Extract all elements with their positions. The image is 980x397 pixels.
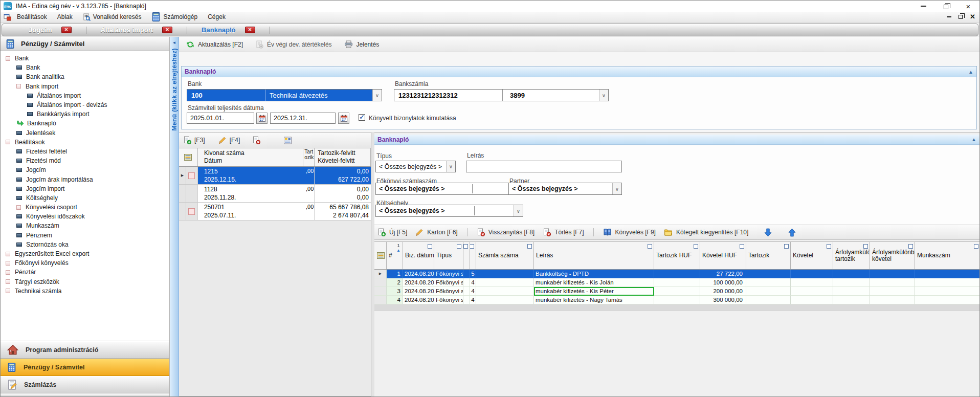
column-filter-icon[interactable] — [463, 244, 468, 249]
date-from-calendar-button[interactable] — [256, 113, 268, 124]
tree-item-munkaszám[interactable]: Munkaszám — [1, 221, 169, 230]
col-header-munka[interactable]: Munkaszám — [915, 242, 980, 269]
tree-item-költséghely[interactable]: Költséghely — [1, 193, 169, 203]
edit-statement-button[interactable]: [F4] — [230, 137, 240, 144]
col-header-tipus[interactable]: Típus — [434, 242, 463, 269]
column-filter-icon[interactable] — [694, 244, 698, 249]
column-filter-icon[interactable] — [863, 244, 868, 249]
leiras-input[interactable] — [466, 161, 622, 172]
tree-item-bank-import[interactable]: Bank import — [1, 82, 169, 91]
menu-item-számológép[interactable]: Számológép — [146, 12, 203, 22]
column-filter-icon[interactable] — [908, 244, 913, 249]
col-header-num[interactable]: #1▲ — [387, 242, 403, 269]
tree-item-egyszerűsített-excel-export[interactable]: Egyszerűsített Excel export — [1, 249, 169, 258]
detail-button-könyvelés-f9-[interactable]: Könyvelés [F9] — [603, 228, 656, 236]
detail-button-törlés-f7-[interactable]: Törlés [F7] — [543, 228, 584, 236]
toolbar-button-jelentés[interactable]: Jelentés — [344, 40, 380, 48]
col-kovetel-felvitt[interactable]: Követel-felvitt — [318, 157, 370, 165]
partner-combobox[interactable]: < Összes bejegyzés > ∨ — [508, 183, 622, 195]
detail-button-kötegelt-kiegyenlítés-f10-[interactable]: Kötegelt kiegyenlítés [F10] — [664, 228, 748, 236]
menu-item-beállítások[interactable]: Beállítások — [12, 12, 52, 22]
edit-statement-icon[interactable] — [218, 136, 227, 144]
col-header-marker[interactable] — [374, 242, 387, 269]
tab-close-button[interactable]: ✕ — [245, 27, 255, 33]
detail-button-arrow-up[interactable] — [788, 228, 796, 237]
tree-item-bank-analitika[interactable]: Bank analitika — [1, 72, 169, 81]
col-header-kovhuf[interactable]: Követel HUF — [700, 242, 746, 269]
mdi-minimize-button[interactable] — [947, 16, 951, 17]
col-header-arft[interactable]: Árfolyamkülönbség tartozik — [833, 242, 870, 269]
tree-item-banknapló[interactable]: Banknapló — [1, 119, 169, 128]
menu-collapse-strip[interactable]: ◄ Menü (klikk az elrejtéshez) — [170, 37, 179, 396]
tab-close-button[interactable]: ✕ — [61, 27, 72, 33]
column-filter-icon[interactable] — [827, 244, 831, 249]
tree-item-pénztár[interactable]: Pénztár — [1, 268, 169, 277]
menu-item-vonalkód-keresés[interactable]: Vonalkód keresés — [78, 12, 147, 22]
tipus-combobox[interactable]: < Összes bejegyzés > ∨ — [375, 161, 456, 172]
detail-button-arrow-down[interactable] — [764, 228, 772, 237]
column-filter-icon[interactable] — [974, 244, 978, 249]
tree-item-tárgyi-eszközök[interactable]: Tárgyi eszközök — [1, 277, 169, 286]
tree-item-főkönyvi-könyvelés[interactable]: Főkönyvi könyvelés — [1, 258, 169, 268]
journal-row[interactable]: ▶12024.08.20.Főkönyvi s5Bankköltség - DP… — [374, 270, 979, 278]
date-from-field[interactable]: 2025.01.01. — [187, 113, 254, 124]
tree-item-beállítások[interactable]: Beállítások — [1, 138, 169, 147]
statement-checkbox-cell[interactable] — [186, 167, 198, 184]
fokonyvi-combobox[interactable]: < Összes bejegyzés > ∨ — [375, 183, 523, 195]
col-kivonat-szama[interactable]: Kivonat száma — [204, 149, 303, 157]
koltseghely-combobox[interactable]: < Összes bejegyzés > ∨ — [375, 205, 523, 217]
tree-item-könyvelési-csoport[interactable]: Könyvelési csoport — [1, 203, 169, 212]
tab-jogcím[interactable]: Jogcím✕ — [29, 26, 72, 34]
tree-item-fizetési-feltétel[interactable]: Fizetési feltétel — [1, 147, 169, 156]
col-header-kov[interactable]: Követel — [791, 242, 833, 269]
grid-options-icon[interactable] — [377, 252, 385, 259]
column-filter-icon[interactable] — [740, 244, 744, 249]
col-header-n2[interactable] — [470, 242, 476, 269]
menu-item-cégek[interactable]: Cégek — [203, 12, 231, 22]
tree-item-bank[interactable]: Bank — [1, 63, 169, 72]
detail-button-új-f5-[interactable]: Új [F5] — [377, 228, 407, 236]
tab-általános-import[interactable]: Általános import✕ — [101, 26, 173, 34]
window-close-button[interactable]: × — [957, 1, 979, 12]
col-datum[interactable]: Dátum — [204, 157, 303, 165]
tree-item-sztornózás-oka[interactable]: Sztornózás oka — [1, 240, 169, 249]
statement-row[interactable]: ▶12152025.12.15.,000,00627 722,00 — [179, 167, 371, 185]
statement-row[interactable]: 2507012025.07.11.,0065 667 786,082 674 8… — [179, 203, 371, 220]
column-filter-icon[interactable] — [784, 244, 789, 249]
column-filter-icon[interactable] — [457, 244, 461, 249]
col-header-tar[interactable]: Tartozik — [746, 242, 791, 269]
column-filter-icon[interactable] — [648, 244, 652, 249]
window-minimize-button[interactable] — [912, 1, 934, 12]
module-item-számlázás[interactable]: Számlázás — [1, 376, 169, 393]
grid-options-icon[interactable] — [184, 154, 192, 161]
toolbar-button-év-végi-dev-átértékelés[interactable]: Év végi dev. átértékelés — [255, 40, 332, 49]
tree-item-jogcím-árak-importálása[interactable]: Jogcím árak importálása — [1, 174, 169, 184]
tree-item-fizetési-mód[interactable]: Fizetési mód — [1, 156, 169, 165]
statement-checkbox-cell[interactable] — [186, 185, 198, 202]
detail-button-visszanyitás-f8-[interactable]: Visszanyitás [F8] — [477, 228, 534, 236]
journal-row[interactable]: 22024.08.20.Főkönyvi s4munkabér kifizeté… — [374, 278, 979, 287]
detail-button-karton-f6-[interactable]: Karton [F6] — [415, 228, 457, 236]
new-statement-button[interactable]: [F3] — [194, 137, 205, 144]
tree-item-könyvelési-időszakok[interactable]: Könyvelési időszakok — [1, 212, 169, 221]
tree-item-bank[interactable]: Bank — [1, 54, 169, 63]
mdi-close-button[interactable]: ✕ — [970, 14, 975, 20]
bank-account-combobox[interactable]: 1231231212312312 3899 ∨ — [394, 89, 609, 101]
panel-collapse-button[interactable]: ▲ — [971, 137, 976, 142]
tab-close-button[interactable]: ✕ — [162, 27, 172, 33]
module-item-pénzügy-számvitel[interactable]: Pénzügy / Számvitel — [1, 359, 169, 376]
col-header-arfk[interactable]: Árfolyamkülönbség követel — [870, 242, 915, 269]
tree-item-bankkártyás-import[interactable]: Bankkártyás import — [1, 109, 169, 119]
toolbar-button-aktualizálás-f2-[interactable]: Aktualizálás [F2] — [186, 40, 243, 49]
statement-row[interactable]: 11282025.11.28.,000,000,00 — [179, 185, 371, 203]
statement-checkbox-cell[interactable] — [186, 203, 198, 220]
window-restore-button[interactable] — [934, 1, 957, 12]
tree-item-jogcím-import[interactable]: Jogcím import — [1, 184, 169, 193]
report-list-icon[interactable] — [284, 137, 292, 144]
statement-checkbox[interactable] — [188, 172, 195, 179]
date-to-calendar-button[interactable] — [338, 113, 349, 124]
col-header-date[interactable]: Biz. dátum — [403, 242, 434, 269]
col-tartozik[interactable]: Tartozik — [303, 148, 315, 166]
column-filter-icon[interactable] — [527, 244, 532, 249]
column-filter-icon[interactable] — [428, 244, 432, 249]
